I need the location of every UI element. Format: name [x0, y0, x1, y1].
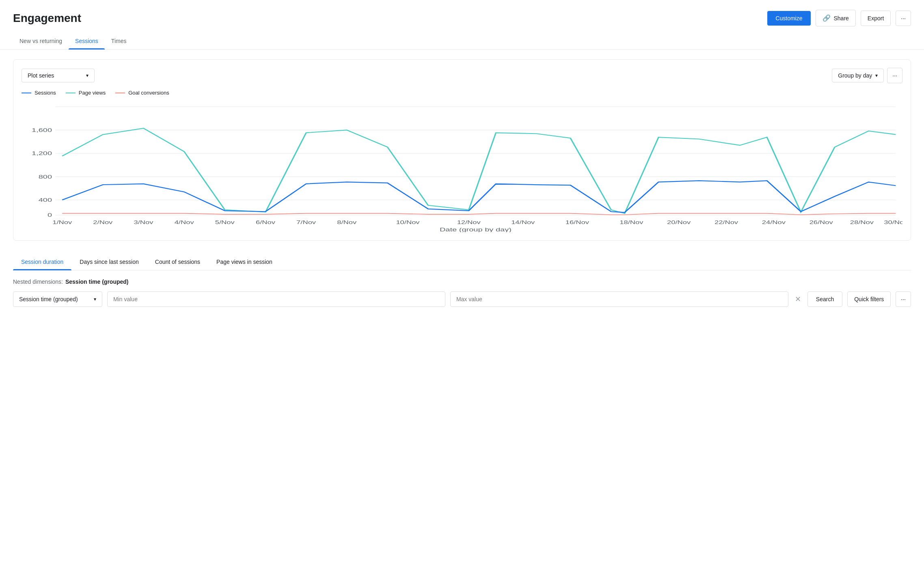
- svg-text:26/Nov: 26/Nov: [810, 220, 833, 225]
- customize-button[interactable]: Customize: [767, 11, 810, 26]
- svg-text:24/Nov: 24/Nov: [762, 220, 786, 225]
- page-title: Engagement: [13, 12, 81, 25]
- tab-page-views-in-session[interactable]: Page views in session: [208, 254, 281, 270]
- legend-goal-conversions: Goal conversions: [115, 90, 169, 96]
- chart-more-button[interactable]: ···: [887, 68, 902, 83]
- secondary-tabs: Session duration Days since last session…: [13, 254, 911, 270]
- svg-text:10/Nov: 10/Nov: [396, 220, 419, 225]
- main-content: Plot series ▾ Group by day ▾ ··· Session…: [0, 50, 924, 317]
- svg-text:8/Nov: 8/Nov: [337, 220, 356, 225]
- plot-series-select[interactable]: Plot series ▾: [22, 69, 95, 82]
- chevron-down-icon-3: ▾: [94, 296, 96, 302]
- svg-text:28/Nov: 28/Nov: [850, 220, 874, 225]
- share-button[interactable]: 🔗 Share: [816, 10, 856, 26]
- legend-line-page-views: [66, 93, 76, 93]
- filter-more-button[interactable]: ···: [896, 291, 911, 307]
- tab-sessions[interactable]: Sessions: [69, 33, 105, 49]
- chart-svg: 0 400 800 1,200 1,600 1/Nov 2/Nov 3/Nov …: [22, 102, 902, 232]
- svg-text:12/Nov: 12/Nov: [457, 220, 481, 225]
- group-by-select[interactable]: Group by day ▾: [832, 69, 884, 82]
- svg-text:4/Nov: 4/Nov: [175, 220, 194, 225]
- nested-dimensions: Nested dimensions: Session time (grouped…: [13, 278, 911, 285]
- dots-icon-3: ···: [901, 296, 906, 302]
- svg-text:1/Nov: 1/Nov: [52, 220, 72, 225]
- svg-text:5/Nov: 5/Nov: [215, 220, 235, 225]
- legend-page-views: Page views: [66, 90, 106, 96]
- svg-text:400: 400: [39, 197, 52, 203]
- svg-text:30/Nov: 30/Nov: [884, 220, 902, 225]
- chart-controls-right: Group by day ▾ ···: [832, 68, 902, 83]
- tab-days-since-last-session[interactable]: Days since last session: [71, 254, 147, 270]
- close-icon: ✕: [795, 295, 801, 303]
- link-icon: 🔗: [823, 14, 831, 22]
- svg-text:1,200: 1,200: [32, 151, 52, 157]
- filter-row: Session time (grouped) ▾ ✕ Search Quick …: [13, 291, 911, 307]
- svg-text:22/Nov: 22/Nov: [715, 220, 738, 225]
- legend-sessions: Sessions: [22, 90, 56, 96]
- svg-text:Date (group by day): Date (group by day): [440, 227, 512, 232]
- svg-text:0: 0: [47, 212, 52, 218]
- svg-text:14/Nov: 14/Nov: [511, 220, 535, 225]
- search-button[interactable]: Search: [807, 291, 842, 307]
- quick-filters-button[interactable]: Quick filters: [847, 291, 891, 307]
- svg-text:16/Nov: 16/Nov: [566, 220, 589, 225]
- svg-text:2/Nov: 2/Nov: [93, 220, 112, 225]
- tab-times[interactable]: Times: [105, 33, 133, 49]
- primary-tabs: New vs returning Sessions Times: [0, 33, 924, 50]
- chart-area: 0 400 800 1,200 1,600 1/Nov 2/Nov 3/Nov …: [22, 102, 902, 232]
- svg-text:6/Nov: 6/Nov: [256, 220, 275, 225]
- min-value-input[interactable]: [107, 291, 445, 307]
- dots-icon: ···: [901, 15, 906, 22]
- svg-text:20/Nov: 20/Nov: [667, 220, 691, 225]
- dimension-select[interactable]: Session time (grouped) ▾: [13, 291, 102, 307]
- dots-icon-2: ···: [892, 72, 897, 79]
- more-button[interactable]: ···: [896, 11, 911, 26]
- tab-session-duration[interactable]: Session duration: [13, 254, 71, 270]
- chart-controls: Plot series ▾ Group by day ▾ ···: [22, 68, 902, 83]
- legend-line-sessions: [22, 93, 31, 93]
- chevron-down-icon: ▾: [86, 73, 89, 78]
- svg-text:800: 800: [39, 174, 52, 180]
- svg-text:7/Nov: 7/Nov: [296, 220, 316, 225]
- svg-text:1,600: 1,600: [32, 127, 52, 133]
- chart-legend: Sessions Page views Goal conversions: [22, 90, 902, 96]
- svg-text:3/Nov: 3/Nov: [134, 220, 153, 225]
- chevron-down-icon-2: ▾: [875, 73, 878, 78]
- page-header: Engagement Customize 🔗 Share Export ···: [0, 0, 924, 33]
- header-actions: Customize 🔗 Share Export ···: [767, 10, 911, 26]
- clear-button[interactable]: ✕: [793, 295, 803, 304]
- chart-section: Plot series ▾ Group by day ▾ ··· Session…: [13, 59, 911, 241]
- tab-new-vs-returning[interactable]: New vs returning: [13, 33, 69, 49]
- legend-line-goal-conversions: [115, 93, 125, 93]
- tab-count-of-sessions[interactable]: Count of sessions: [147, 254, 208, 270]
- export-button[interactable]: Export: [861, 11, 891, 26]
- max-value-input[interactable]: [450, 291, 788, 307]
- svg-text:18/Nov: 18/Nov: [620, 220, 643, 225]
